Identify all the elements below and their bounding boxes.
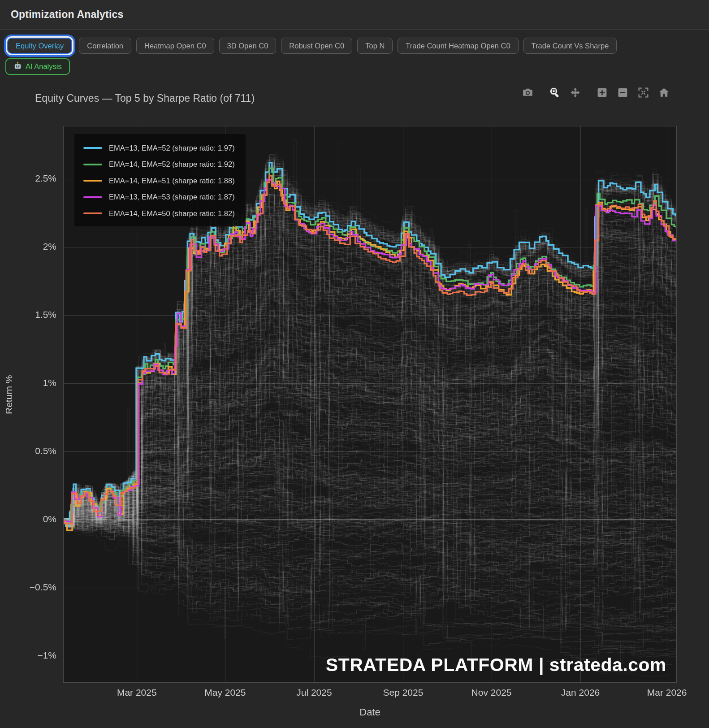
y-tick-label: 2.5%	[13, 173, 56, 184]
legend-swatch	[83, 212, 102, 214]
x-tick-label: Jul 2025	[281, 687, 348, 698]
y-tick-label: 1%	[13, 377, 56, 388]
autoscale-button[interactable]	[636, 87, 650, 100]
zoom-in-icon	[596, 87, 608, 100]
ai-analysis-label: AI Analysis	[26, 62, 62, 71]
zoom-out-button[interactable]	[616, 87, 629, 100]
watermark: STRATEDA PLATFORM | strateda.com	[326, 654, 666, 676]
legend-item[interactable]: EMA=14, EMA=52 (sharpe ratio: 1.92)	[83, 160, 235, 169]
x-axis-title: Date	[63, 706, 677, 718]
legend-label: EMA=13, EMA=53 (sharpe ratio: 1.87)	[109, 193, 235, 201]
chart-legend: EMA=13, EMA=52 (sharpe ratio: 1.97) EMA=…	[74, 134, 246, 226]
legend-swatch	[83, 196, 102, 198]
home-icon	[658, 87, 670, 100]
y-tick-label: 0.5%	[13, 446, 56, 456]
y-tick-label: 1.5%	[13, 309, 56, 320]
legend-item[interactable]: EMA=13, EMA=52 (sharpe ratio: 1.97)	[83, 143, 235, 153]
legend-item[interactable]: EMA=13, EMA=53 (sharpe ratio: 1.87)	[83, 192, 235, 202]
tab-heatmap-open-c0[interactable]: Heatmap Open C0	[136, 38, 214, 54]
y-tick-label: −1%	[13, 650, 56, 661]
x-tick-label: May 2025	[191, 687, 259, 698]
tab-bar: Equity Overlay Correlation Heatmap Open …	[5, 38, 617, 54]
autoscale-expand-icon	[637, 87, 649, 100]
legend-swatch	[83, 180, 102, 182]
legend-label: EMA=14, EMA=51 (sharpe ratio: 1.88)	[109, 177, 235, 185]
y-tick-label: 2%	[13, 241, 56, 252]
robot-icon	[13, 61, 22, 72]
x-tick-label: Sep 2025	[369, 687, 437, 698]
legend-swatch	[83, 147, 102, 149]
y-tick-label: 0%	[13, 514, 56, 524]
page-title: Optimization Analytics	[11, 9, 123, 21]
legend-item[interactable]: EMA=14, EMA=50 (sharpe ratio: 1.82)	[83, 208, 235, 218]
x-tick-label: Jan 2026	[547, 687, 614, 698]
tab-trade-count-vs-sharpe[interactable]: Trade Count Vs Sharpe	[523, 38, 617, 54]
reset-axes-button[interactable]	[657, 87, 670, 100]
tab-equity-overlay[interactable]: Equity Overlay	[7, 38, 72, 54]
magnifier-zoom-icon	[549, 87, 561, 100]
x-tick-label: Mar 2025	[103, 687, 170, 698]
chart-title: Equity Curves — Top 5 by Sharpe Ratio (o…	[35, 92, 255, 104]
tab-trade-count-heatmap-open-c0[interactable]: Trade Count Heatmap Open C0	[398, 38, 518, 54]
plotly-modebar	[514, 87, 670, 100]
zoom-out-icon	[617, 87, 629, 100]
ai-analysis-row: AI Analysis	[5, 58, 70, 75]
tab-correlation[interactable]: Correlation	[79, 38, 131, 54]
box-zoom-button[interactable]	[548, 87, 561, 100]
header: Optimization Analytics	[0, 0, 709, 30]
equity-curves-plot[interactable]	[0, 0, 709, 728]
tab-top-n[interactable]: Top N	[357, 38, 393, 54]
x-tick-label: Mar 2026	[633, 687, 700, 698]
download-plot-button[interactable]	[521, 87, 534, 100]
legend-item[interactable]: EMA=14, EMA=51 (sharpe ratio: 1.88)	[83, 176, 235, 186]
zoom-in-button[interactable]	[595, 87, 609, 100]
pan-arrows-icon	[569, 87, 581, 100]
legend-label: EMA=13, EMA=52 (sharpe ratio: 1.97)	[109, 144, 235, 152]
y-axis-title: Return %	[4, 341, 14, 448]
tab-robust-open-c0[interactable]: Robust Open C0	[281, 38, 352, 54]
pan-button[interactable]	[568, 87, 582, 100]
y-tick-label: −0.5%	[13, 582, 56, 593]
legend-swatch	[83, 164, 102, 165]
tab-3d-open-c0[interactable]: 3D Open C0	[219, 38, 277, 54]
chart-area: Equity Curves — Top 5 by Sharpe Ratio (o…	[0, 0, 709, 728]
camera-icon	[522, 87, 534, 100]
legend-label: EMA=14, EMA=52 (sharpe ratio: 1.92)	[109, 160, 235, 169]
legend-label: EMA=14, EMA=50 (sharpe ratio: 1.82)	[109, 209, 235, 218]
x-tick-label: Nov 2025	[458, 687, 525, 698]
ai-analysis-button[interactable]: AI Analysis	[5, 58, 70, 75]
